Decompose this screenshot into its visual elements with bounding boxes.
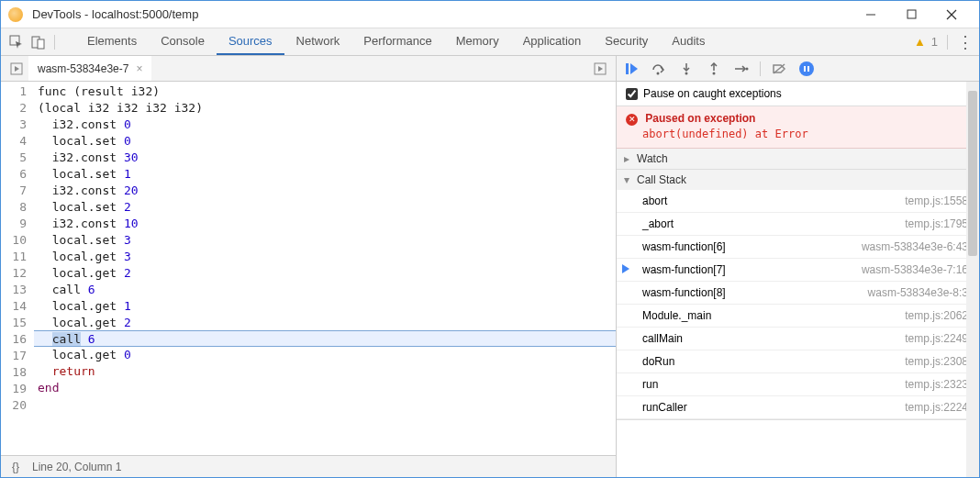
- code-line[interactable]: return: [34, 363, 616, 380]
- braces-icon[interactable]: {}: [12, 461, 19, 473]
- run-snippet-button[interactable]: [5, 62, 28, 75]
- watch-label: Watch: [637, 152, 668, 165]
- code-line[interactable]: local.set 3: [34, 232, 616, 249]
- code-line[interactable]: i32.const 0: [34, 117, 616, 133]
- stack-frame-name: Module._main: [642, 309, 711, 322]
- code-line[interactable]: call 6: [34, 282, 616, 298]
- code-line[interactable]: i32.const 10: [34, 216, 616, 232]
- code-line[interactable]: local.get 0: [34, 347, 616, 363]
- stack-frame-location: temp.js:2224: [905, 401, 968, 414]
- tab-application[interactable]: Application: [511, 28, 594, 55]
- stack-frame[interactable]: Module._maintemp.js:2062: [617, 305, 979, 328]
- watch-header[interactable]: ▸ Watch: [617, 149, 979, 169]
- watch-section: ▸ Watch: [617, 149, 979, 170]
- file-tab[interactable]: wasm-53834e3e-7 ×: [28, 56, 151, 81]
- code-line[interactable]: call 6: [34, 330, 616, 347]
- minimize-icon: [865, 9, 876, 20]
- tab-audits[interactable]: Audits: [660, 28, 717, 55]
- scrollbar-thumb[interactable]: [968, 91, 977, 256]
- line-gutter[interactable]: 1234567891011121314151617181920: [1, 82, 34, 455]
- stack-frame-name: wasm-function[6]: [642, 240, 726, 253]
- code-editor[interactable]: 1234567891011121314151617181920 func (re…: [1, 82, 616, 455]
- pause-on-exceptions-button[interactable]: [797, 60, 816, 78]
- tab-elements[interactable]: Elements: [75, 28, 149, 55]
- close-button[interactable]: [931, 2, 972, 28]
- exception-message: ✕ Paused on exception abort(undefined) a…: [617, 106, 979, 149]
- code-line[interactable]: local.set 0: [34, 133, 616, 150]
- stack-frame[interactable]: callMaintemp.js:2249: [617, 328, 979, 350]
- editor-status-bar: {} Line 20, Column 1: [1, 455, 616, 477]
- file-tab-name: wasm-53834e3e-7: [38, 62, 128, 75]
- step-button[interactable]: [732, 60, 751, 78]
- tab-sources[interactable]: Sources: [217, 28, 284, 55]
- code-line[interactable]: (local i32 i32 i32 i32): [34, 100, 616, 117]
- warning-count[interactable]: 1: [931, 35, 938, 49]
- tab-network[interactable]: Network: [284, 28, 352, 55]
- maximize-button[interactable]: [891, 2, 931, 28]
- file-tab-bar: wasm-53834e3e-7 ×: [1, 56, 616, 82]
- tab-performance[interactable]: Performance: [351, 28, 443, 55]
- tab-memory[interactable]: Memory: [444, 28, 511, 55]
- stack-frame-location: temp.js:2062: [905, 309, 968, 322]
- devtools-icon: [8, 7, 23, 22]
- exception-detail: abort(undefined) at Error: [642, 128, 968, 140]
- stack-frame[interactable]: wasm-function[6]wasm-53834e3e-6:43: [617, 236, 979, 259]
- step-over-button[interactable]: [650, 60, 668, 78]
- stack-frame-location: wasm-53834e3e-8:3: [868, 286, 968, 299]
- code-line[interactable]: local.get 2: [34, 315, 616, 331]
- code-line[interactable]: local.get 2: [34, 265, 616, 282]
- tab-console[interactable]: Console: [149, 28, 217, 55]
- callstack-label: Call Stack: [637, 173, 686, 186]
- stack-frame[interactable]: wasm-function[7]wasm-53834e3e-7:16: [617, 259, 979, 282]
- device-mode-button[interactable]: [28, 32, 49, 52]
- resume-button[interactable]: [622, 60, 640, 78]
- stack-frame[interactable]: doRuntemp.js:2308: [617, 350, 979, 373]
- svg-point-14: [713, 72, 716, 74]
- code-line[interactable]: local.get 1: [34, 298, 616, 315]
- stack-frame-location: temp.js:2308: [905, 355, 968, 368]
- stack-frame[interactable]: _aborttemp.js:1795: [617, 213, 979, 236]
- svg-rect-19: [807, 66, 809, 72]
- code-content[interactable]: func (result i32)(local i32 i32 i32 i32)…: [34, 82, 616, 455]
- minimize-button[interactable]: [851, 2, 891, 28]
- pause-on-caught-label: Pause on caught exceptions: [643, 87, 782, 100]
- code-line[interactable]: i32.const 20: [34, 183, 616, 199]
- inspect-element-button[interactable]: [6, 32, 27, 52]
- callstack-list: aborttemp.js:1558_aborttemp.js:1795wasm-…: [617, 190, 979, 419]
- code-line[interactable]: end: [34, 380, 616, 396]
- error-icon: ✕: [626, 114, 638, 126]
- stack-frame[interactable]: wasm-function[8]wasm-53834e3e-8:3: [617, 282, 979, 305]
- step-into-button[interactable]: [677, 60, 696, 78]
- warning-icon[interactable]: ▲: [914, 35, 926, 49]
- stack-frame-name: wasm-function[7]: [642, 263, 726, 276]
- code-line[interactable]: func (result i32): [34, 83, 616, 100]
- close-icon: [946, 9, 957, 20]
- pause-on-caught-checkbox[interactable]: [626, 88, 638, 100]
- pause-on-caught-row[interactable]: Pause on caught exceptions: [617, 82, 979, 106]
- close-tab-button[interactable]: ×: [136, 62, 142, 75]
- more-menu-button[interactable]: ⋮: [957, 38, 974, 47]
- code-line[interactable]: i32.const 30: [34, 150, 616, 166]
- svg-point-10: [657, 72, 660, 74]
- stack-frame-location: wasm-53834e3e-7:16: [862, 263, 968, 276]
- window-controls: [851, 2, 972, 28]
- step-out-button[interactable]: [705, 60, 723, 78]
- toolbar-divider: [947, 35, 948, 50]
- stack-frame[interactable]: aborttemp.js:1558: [617, 190, 979, 213]
- cursor-position: Line 20, Column 1: [32, 461, 121, 473]
- code-line[interactable]: local.set 1: [34, 166, 616, 183]
- exception-title: Paused on exception: [645, 112, 755, 125]
- deactivate-breakpoints-button[interactable]: [770, 60, 788, 78]
- stack-frame-name: abort: [642, 195, 667, 207]
- code-line[interactable]: local.set 2: [34, 199, 616, 216]
- code-line[interactable]: [34, 396, 616, 413]
- callstack-section: ▾ Call Stack aborttemp.js:1558_aborttemp…: [617, 170, 979, 420]
- resume-icon: [625, 62, 638, 75]
- show-navigator-button[interactable]: [588, 62, 612, 75]
- callstack-header[interactable]: ▾ Call Stack: [617, 170, 979, 190]
- code-line[interactable]: local.get 3: [34, 249, 616, 265]
- scrollbar[interactable]: [966, 82, 979, 477]
- stack-frame[interactable]: runtemp.js:2323: [617, 373, 979, 396]
- tab-security[interactable]: Security: [593, 28, 660, 55]
- stack-frame[interactable]: runCallertemp.js:2224: [617, 396, 979, 419]
